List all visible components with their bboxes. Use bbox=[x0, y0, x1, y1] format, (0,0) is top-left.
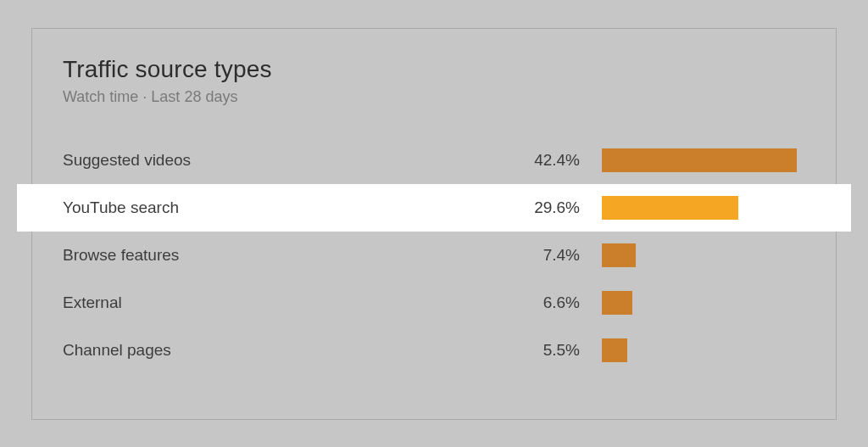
row-value: 29.6% bbox=[526, 198, 602, 217]
bar bbox=[602, 196, 738, 220]
row-label: Channel pages bbox=[63, 341, 526, 360]
bar-cell bbox=[602, 338, 805, 362]
bar-cell bbox=[602, 196, 805, 220]
row-label: Suggested videos bbox=[63, 151, 526, 170]
row-label: YouTube search bbox=[63, 198, 526, 217]
bar-cell bbox=[602, 291, 805, 315]
bar-cell bbox=[602, 148, 805, 172]
traffic-row-browse-features[interactable]: Browse features 7.4% bbox=[32, 232, 836, 279]
bar bbox=[602, 338, 627, 362]
traffic-source-list: Suggested videos 42.4% YouTube search 29… bbox=[32, 137, 836, 374]
traffic-row-suggested-videos[interactable]: Suggested videos 42.4% bbox=[32, 137, 836, 184]
bar bbox=[602, 243, 636, 267]
bar-cell bbox=[602, 243, 805, 267]
row-value: 42.4% bbox=[526, 151, 602, 170]
row-label: External bbox=[63, 293, 526, 312]
traffic-row-youtube-search[interactable]: YouTube search 29.6% bbox=[17, 184, 851, 232]
card-subtitle: Watch time · Last 28 days bbox=[63, 88, 805, 106]
row-label: Browse features bbox=[63, 246, 526, 265]
card-header: Traffic source types Watch time · Last 2… bbox=[32, 56, 836, 121]
row-value: 5.5% bbox=[526, 341, 602, 360]
traffic-row-channel-pages[interactable]: Channel pages 5.5% bbox=[32, 327, 836, 374]
bar bbox=[602, 148, 797, 172]
card-title: Traffic source types bbox=[63, 56, 805, 83]
traffic-sources-card: Traffic source types Watch time · Last 2… bbox=[31, 28, 837, 420]
row-value: 6.6% bbox=[526, 293, 602, 312]
row-value: 7.4% bbox=[526, 246, 602, 265]
bar bbox=[602, 291, 632, 315]
traffic-row-external[interactable]: External 6.6% bbox=[32, 279, 836, 327]
